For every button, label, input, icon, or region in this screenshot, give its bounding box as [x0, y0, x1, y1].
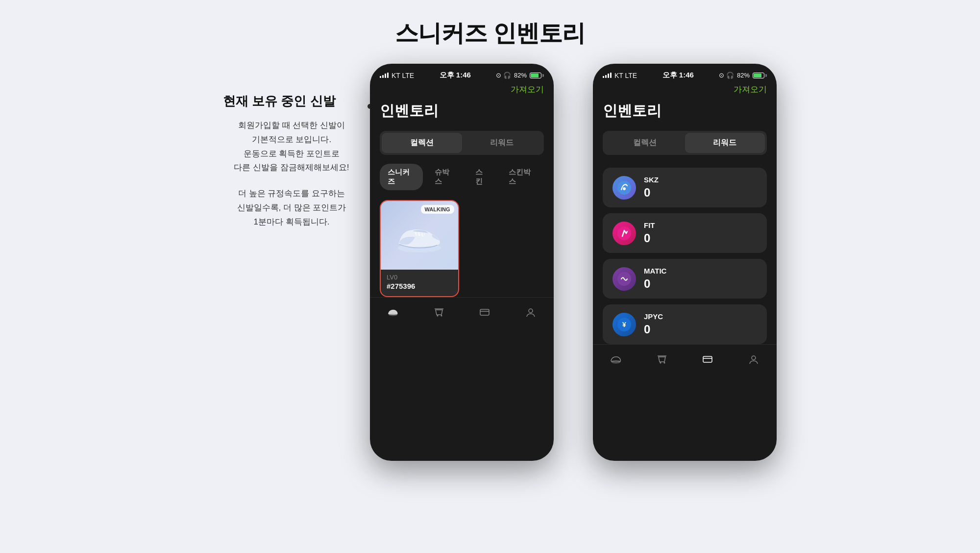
page-title: 스니커즈 인벤토리 [395, 18, 585, 49]
fit-name: FIT [644, 221, 757, 229]
token-item-fit[interactable]: FIT 0 [603, 213, 767, 253]
status-bar-left: KT LTE 오후 1:46 ⊙ 🎧 82% [370, 64, 554, 84]
svg-point-5 [437, 315, 438, 317]
svg-point-6 [441, 315, 442, 317]
phone-left: KT LTE 오후 1:46 ⊙ 🎧 82% 가져오기 인벤토리 [370, 64, 554, 461]
time-left: 오후 1:46 [440, 71, 471, 80]
jpyc-amount: 0 [644, 323, 757, 336]
fit-amount: 0 [644, 231, 757, 245]
skz-amount: 0 [644, 186, 757, 200]
import-btn-right[interactable]: 가져오기 [603, 84, 767, 95]
nav-sneaker-left[interactable] [385, 304, 401, 320]
battery-percent-left: 82% [514, 72, 527, 79]
bottom-nav-left [370, 297, 554, 327]
jpyc-icon: ¥ [612, 313, 636, 336]
svg-point-17 [660, 362, 661, 364]
token-item-matic[interactable]: MATIC 0 [603, 259, 767, 299]
nav-shop-left[interactable] [431, 304, 447, 320]
carrier-left: KT LTE [392, 72, 414, 79]
screen-title-right: 인벤토리 [603, 101, 767, 121]
sub-tab-skin[interactable]: 스킨 [467, 164, 497, 190]
nav-card-left[interactable] [477, 304, 492, 320]
tab-reward-right[interactable]: 리워드 [685, 133, 765, 153]
svg-text:¥: ¥ [622, 321, 626, 328]
app-content-right: 가져오기 인벤토리 컬렉션 리워드 [593, 84, 777, 344]
status-bar-right: KT LTE 오후 1:46 ⊙ 🎧 82% [593, 64, 777, 84]
phones-container: KT LTE 오후 1:46 ⊙ 🎧 82% 가져오기 인벤토리 [370, 64, 777, 461]
matic-icon [612, 267, 636, 291]
nav-profile-left[interactable] [523, 304, 539, 320]
token-item-jpyc[interactable]: ¥ JPYC 0 [603, 304, 767, 344]
tab-switcher-left: 컬렉션 리워드 [380, 131, 544, 155]
svg-rect-7 [480, 309, 489, 315]
status-icons-right: ⊙ 🎧 [719, 72, 734, 79]
sneaker-grid: WALKING [380, 200, 544, 297]
annotation-text-1: 회원가입할 때 선택한 신발이기본적으로 보입니다.운동으로 획득한 포인트로다… [223, 119, 360, 176]
matic-name: MATIC [644, 267, 757, 275]
svg-point-12 [617, 226, 631, 240]
svg-point-9 [529, 309, 533, 313]
status-icons-left: ⊙ 🎧 [496, 72, 511, 79]
sneaker-badge: WALKING [421, 205, 454, 214]
nav-sneaker-right[interactable] [608, 352, 624, 367]
skz-name: SKZ [644, 176, 757, 184]
token-item-skz[interactable]: SKZ 0 [603, 168, 767, 207]
import-btn-left[interactable]: 가져오기 [380, 84, 544, 95]
tab-switcher-right: 컬렉션 리워드 [603, 131, 767, 155]
tab-reward-left[interactable]: 리워드 [462, 133, 542, 153]
token-list: SKZ 0 [603, 164, 767, 344]
bottom-nav-right [593, 344, 777, 374]
jpyc-name: JPYC [644, 312, 757, 321]
svg-point-21 [752, 356, 756, 360]
screen-title-left: 인벤토리 [380, 101, 544, 121]
battery-icon-right [753, 73, 767, 78]
sneaker-svg [392, 216, 446, 255]
sub-tabs-left: 스니커즈 슈박스 스킨 스킨박스 [380, 164, 544, 190]
annotation-title: 현재 보유 중인 신발 [223, 93, 360, 110]
svg-point-11 [623, 187, 626, 190]
signal-bars-right [603, 73, 612, 78]
app-content-left: 가져오기 인벤토리 컬렉션 리워드 스니커즈 슈박스 스킨 스킨박스 [370, 84, 554, 297]
skz-icon [612, 176, 636, 200]
battery-icon-left [530, 73, 544, 78]
sneaker-card-selected[interactable]: WALKING [380, 200, 459, 297]
annotation-section: 현재 보유 중인 신발 회원가입할 때 선택한 신발이기본적으로 보입니다.운동… [203, 64, 370, 241]
carrier-right: KT LTE [614, 72, 637, 79]
tab-collection-right[interactable]: 컬렉션 [605, 133, 685, 153]
sub-tab-shoebox[interactable]: 슈박스 [427, 164, 463, 190]
nav-card-right[interactable] [700, 352, 715, 367]
nav-profile-right[interactable] [746, 352, 761, 367]
matic-amount: 0 [644, 277, 757, 291]
annotation-text-2: 더 높은 규정속도를 요구하는신발일수록, 더 많은 포인트가1분마다 획득됩니… [223, 187, 360, 229]
tab-collection-left[interactable]: 컬렉션 [382, 133, 462, 153]
sub-tab-sneakers[interactable]: 스니커즈 [380, 164, 423, 190]
fit-icon [612, 222, 636, 245]
sneaker-info: LV0 #275396 [381, 270, 458, 296]
svg-point-4 [389, 314, 397, 316]
sneaker-level: LV0 [387, 274, 452, 281]
battery-percent-right: 82% [737, 72, 750, 79]
sub-tab-skinbox[interactable]: 스킨박스 [501, 164, 544, 190]
signal-bars [380, 73, 389, 78]
svg-point-18 [663, 362, 665, 364]
time-right: 오후 1:46 [662, 71, 694, 80]
nav-shop-right[interactable] [654, 352, 670, 367]
svg-rect-19 [703, 356, 712, 362]
sneaker-id: #275396 [387, 282, 452, 290]
phone-right: KT LTE 오후 1:46 ⊙ 🎧 82% 가져오기 인벤토리 [593, 64, 777, 461]
